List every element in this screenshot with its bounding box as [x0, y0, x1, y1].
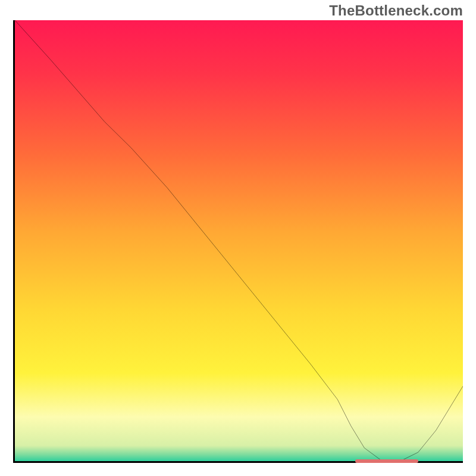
plot-area [13, 20, 463, 463]
watermark-label: TheBottleneck.com [329, 2, 463, 19]
bottleneck-curve [15, 20, 463, 461]
chart-stage: TheBottleneck.com [0, 0, 476, 476]
optimal-range-marker [355, 459, 418, 463]
